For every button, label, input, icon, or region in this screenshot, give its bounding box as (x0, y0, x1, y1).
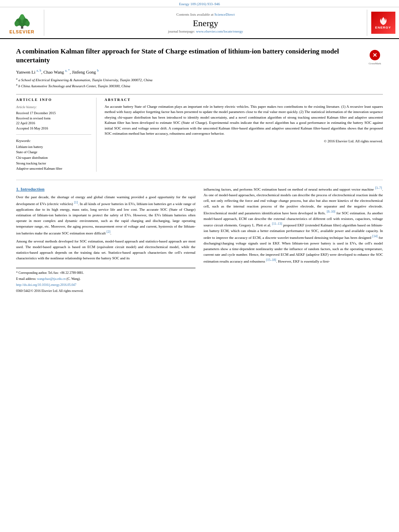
issn-line: 0360-5442/© 2016 Elsevier Ltd. All right… (16, 289, 195, 294)
keyword-3: Chi-square distribution (16, 155, 91, 161)
abstract-label: ABSTRACT (105, 98, 383, 102)
received-date: Received 17 December 2015 (16, 111, 91, 116)
keyword-4: Strong tracking factor (16, 161, 91, 166)
ref-1[interactable]: [1] (74, 201, 78, 204)
intro-section-title: 1. Introduction (16, 187, 45, 191)
footer-section: * Corresponding author. Tel./fax: +86 22… (16, 268, 195, 294)
homepage-url[interactable]: www.elsevier.com/locate/energy (196, 29, 243, 33)
affiliations: a a School of Electrical Engineering & A… (16, 77, 363, 89)
email-note: E-mail address: wangchao@tju.edu.cn (C. … (16, 277, 195, 281)
journal-reference: Energy 109 (2016) 933–946 (179, 2, 220, 6)
sciencedirect-label: Contents lists available at ScienceDirec… (177, 12, 235, 16)
crossmark-icon: ✕ (369, 49, 381, 61)
intro-para-2: Among the several methods developed for … (16, 239, 195, 261)
main-content: A combination Kalman filter approach for… (0, 39, 399, 302)
abstract-text: An accurate battery State of Charge esti… (105, 104, 383, 137)
energy-logo-text: ENERGY (375, 26, 391, 29)
ref-3-7[interactable]: [3–7] (375, 186, 382, 190)
history-block: Article history: Received 17 December 20… (16, 105, 91, 135)
corresponding-author-note: * Corresponding author. Tel./fax: +86 22… (16, 271, 195, 275)
ref-15-18[interactable]: [15–18] (266, 258, 276, 262)
ref-11-13[interactable]: [11–13] (272, 222, 282, 226)
col2-para-1: influencing factors, and performs SOC es… (204, 186, 383, 265)
left-column: 1. Introduction Over the past decade, th… (16, 186, 195, 294)
history-label: Article history: (16, 105, 91, 109)
svg-point-3 (20, 14, 24, 20)
article-title: A combination Kalman filter approach for… (16, 47, 363, 65)
article-info-label: ARTICLE INFO (16, 98, 91, 102)
keyword-2: State of Charge (16, 150, 91, 155)
keywords-label: Keywords: (16, 139, 91, 143)
affiliation-b: b b China Automotive Technology and Rese… (16, 83, 363, 89)
doi-note: http://dx.doi.org/10.1016/j.energy.2016.… (16, 283, 195, 288)
author-sup-a: a, b (37, 69, 41, 72)
revised-date: Received in revised form 22 April 2016 (16, 116, 91, 126)
crossmark-badge: ✕ CrossMark (367, 49, 383, 65)
body-columns: 1. Introduction Over the past decade, th… (16, 180, 383, 294)
homepage-label: journal homepage: www.elsevier.com/locat… (168, 29, 243, 33)
article-info-panel: ARTICLE INFO Article history: Received 1… (16, 98, 97, 172)
ref-14[interactable]: [14] (372, 234, 378, 238)
elsevier-logo: ELSEVIER (9, 11, 34, 34)
ref-2[interactable]: [2] (107, 230, 110, 234)
elsevier-wordmark: ELSEVIER (9, 29, 34, 34)
keywords-block: Keywords: Lithium-ion battery State of C… (16, 139, 91, 172)
elsevier-tree-icon (10, 11, 34, 29)
energy-logo-box: ENERGY (371, 12, 395, 34)
abstract-section: ABSTRACT An accurate battery State of Ch… (105, 98, 383, 172)
email-link[interactable]: wangchao@tju.edu.cn (37, 277, 66, 281)
author-sup-c: b (97, 69, 99, 72)
keyword-5: Adaptive unscented Kalman filter (16, 166, 91, 172)
authors-line: Yanwen Li a, b, Chao Wang a, *, Jinfeng … (16, 69, 363, 74)
journal-name: Energy (193, 18, 218, 29)
title-section: A combination Kalman filter approach for… (16, 47, 383, 89)
copyright-line: © 2016 Elsevier Ltd. All rights reserved… (105, 139, 383, 143)
ref-8-10[interactable]: [8–10] (327, 210, 335, 214)
info-abstract-row: ARTICLE INFO Article history: Received 1… (16, 94, 383, 172)
affiliation-a: a a School of Electrical Engineering & A… (16, 77, 363, 83)
sciencedirect-link[interactable]: ScienceDirect (214, 12, 234, 16)
top-bar: Energy 109 (2016) 933–946 (0, 0, 399, 7)
intro-heading: 1. Introduction (16, 186, 195, 193)
title-text-block: A combination Kalman filter approach for… (16, 47, 363, 89)
svg-point-7 (25, 21, 30, 26)
intro-para-1: Over the past decade, the shortage of en… (16, 195, 195, 236)
author-sup-b: a, * (65, 69, 70, 72)
journal-center-info: Contents lists available at ScienceDirec… (44, 10, 367, 36)
accepted-date: Accepted 16 May 2016 (16, 126, 91, 131)
flame-icon (378, 16, 388, 26)
svg-point-6 (14, 21, 19, 26)
elsevier-logo-area: ELSEVIER (0, 10, 44, 36)
keyword-1: Lithium-ion battery (16, 144, 91, 150)
journal-header: ELSEVIER Contents lists available at Sci… (0, 7, 399, 39)
svg-text:✕: ✕ (372, 52, 377, 58)
crossmark-label: CrossMark (368, 62, 381, 65)
right-column: influencing factors, and performs SOC es… (204, 186, 383, 294)
doi-link[interactable]: http://dx.doi.org/10.1016/j.energy.2016.… (16, 283, 76, 287)
energy-logo-area: ENERGY (367, 10, 399, 36)
